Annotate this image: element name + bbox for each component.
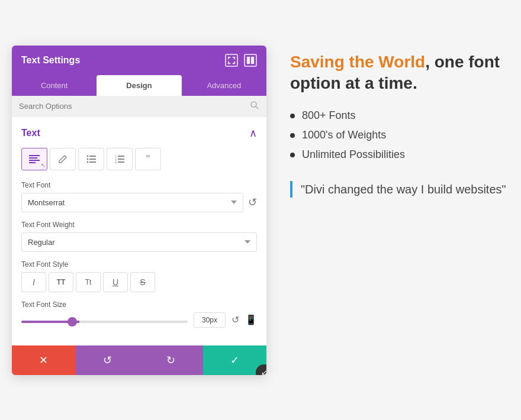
feature-text-1: 800+ Fonts (302, 109, 356, 122)
svg-rect-6 (29, 160, 40, 161)
search-input[interactable] (19, 102, 250, 111)
svg-rect-11 (89, 159, 96, 160)
font-row: Text Font Montserrat ↺ (21, 181, 257, 212)
right-content: Saving the World, one font option at a t… (290, 46, 509, 204)
svg-rect-5 (29, 157, 37, 159)
split-icon[interactable] (244, 54, 257, 67)
redo-button[interactable]: ↻ (139, 345, 203, 375)
quote-text: "Divi changed the way I build websites" (301, 181, 509, 198)
weight-select[interactable]: Regular (21, 232, 257, 252)
svg-point-12 (87, 161, 89, 163)
quote-block: "Divi changed the way I build websites" (290, 181, 509, 198)
svg-point-8 (87, 155, 89, 157)
size-row: Text Font Size 30px ↺ 📱 (21, 301, 257, 328)
weight-label: Text Font Weight (21, 221, 257, 229)
svg-rect-9 (89, 156, 96, 157)
ordered-list-button[interactable]: 1.2.3. (107, 148, 133, 170)
section-header: Text ∧ (21, 127, 257, 140)
svg-rect-15 (118, 156, 124, 157)
style-buttons: I TT Tt U S (21, 272, 257, 292)
list-button[interactable] (78, 148, 104, 170)
font-label: Text Font (21, 181, 257, 189)
bullet-2 (290, 133, 295, 138)
tabs: Content Design Advanced (12, 75, 266, 96)
feature-item-1: 800+ Fonts (290, 106, 509, 125)
weight-select-wrap: Regular (21, 232, 257, 252)
feature-text-2: 1000's of Weights (302, 129, 386, 141)
italic-button[interactable]: I (21, 272, 46, 292)
search-bar (12, 96, 266, 117)
feature-item-3: Unlimited Possibilities (290, 145, 509, 164)
expand-icon[interactable] (225, 54, 238, 67)
search-icon (250, 101, 259, 112)
panel-content: Text ∧ ↖ 1.2.3. " (12, 117, 266, 345)
svg-rect-17 (118, 159, 124, 160)
feature-list: 800+ Fonts 1000's of Weights Unlimited P… (290, 106, 509, 164)
pen-button[interactable] (50, 148, 76, 170)
headline-accent: Saving the World (290, 53, 425, 71)
text-icon-toolbar: ↖ 1.2.3. " (21, 148, 257, 170)
tab-advanced[interactable]: Advanced (182, 75, 266, 96)
feature-item-2: 1000's of Weights (290, 125, 509, 145)
svg-rect-1 (251, 56, 254, 63)
uppercase-button[interactable]: TT (49, 272, 73, 292)
mobile-icon[interactable]: 📱 (245, 314, 257, 325)
text-settings-panel: Text Settings Content Design Advanced (12, 46, 266, 375)
undo-button[interactable]: ↺ (76, 345, 140, 375)
headline: Saving the World, one font option at a t… (290, 51, 509, 95)
feature-text-3: Unlimited Possibilities (302, 148, 405, 161)
svg-point-10 (87, 158, 89, 160)
svg-rect-0 (247, 56, 250, 63)
font-reset-button[interactable]: ↺ (248, 196, 257, 209)
svg-rect-13 (89, 161, 96, 163)
align-left-button[interactable]: ↖ (21, 148, 47, 170)
svg-text:3.: 3. (115, 160, 117, 163)
tab-design[interactable]: Design (97, 75, 181, 96)
size-slider[interactable] (21, 321, 188, 323)
svg-rect-4 (29, 155, 40, 156)
slider-wrap (21, 315, 188, 325)
collapse-icon[interactable]: ∧ (249, 127, 257, 140)
size-label: Text Font Size (21, 301, 257, 309)
section-title: Text (21, 128, 40, 138)
size-input[interactable]: 30px (194, 312, 226, 328)
font-select-wrap: Montserrat ↺ (21, 193, 257, 212)
size-reset-button[interactable]: ↺ (231, 314, 239, 325)
style-label: Text Font Style (21, 260, 257, 269)
header-icons (225, 54, 257, 67)
style-row: Text Font Style I TT Tt U S (21, 260, 257, 292)
capitalize-button[interactable]: Tt (76, 272, 101, 292)
svg-line-3 (256, 106, 258, 109)
panel-title: Text Settings (21, 55, 80, 66)
quote-button[interactable]: " (135, 148, 161, 170)
cancel-button[interactable]: ✕ (12, 345, 76, 375)
slider-row: 30px ↺ 📱 (21, 312, 257, 328)
bullet-3 (290, 153, 295, 157)
strikethrough-button[interactable]: S (130, 272, 155, 292)
bullet-1 (290, 114, 295, 118)
panel-header: Text Settings (12, 46, 266, 75)
action-bar: ✕ ↺ ↻ ✓ (12, 345, 266, 375)
font-select[interactable]: Montserrat (21, 193, 243, 212)
underline-button[interactable]: U (103, 272, 128, 292)
weight-row: Text Font Weight Regular (21, 221, 257, 252)
tab-content[interactable]: Content (12, 75, 97, 96)
cursor-indicator: ↖ (41, 162, 46, 169)
svg-rect-7 (29, 162, 36, 163)
svg-point-2 (251, 102, 256, 107)
svg-rect-19 (118, 161, 124, 163)
